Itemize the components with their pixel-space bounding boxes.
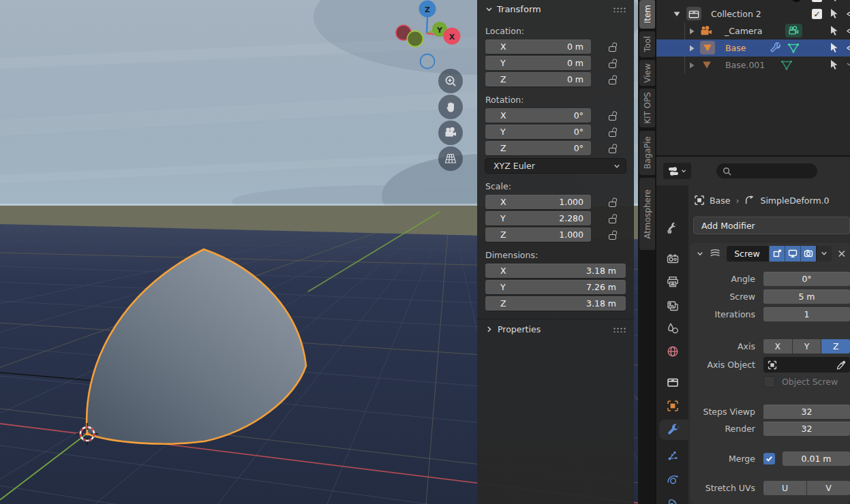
merge-distance-field[interactable]: 0.01 m xyxy=(783,452,850,466)
outliner-row-collection[interactable]: Collection 2 ✓ xyxy=(656,0,850,5)
tab-atmosphere[interactable]: Atmosphere xyxy=(639,178,656,250)
pan-button[interactable] xyxy=(438,95,463,119)
axis-y-button[interactable]: Y xyxy=(793,339,821,353)
outliner-row-camera[interactable]: _Camera xyxy=(656,22,850,40)
lock-open-icon[interactable] xyxy=(608,110,618,121)
lock-open-icon[interactable] xyxy=(608,74,618,84)
dimensions-y-field[interactable]: Y7.26 m xyxy=(485,280,626,294)
steps-render-field[interactable]: 32 xyxy=(763,422,850,436)
tab-modifiers[interactable] xyxy=(659,420,688,440)
modifier-extras-dropdown[interactable] xyxy=(816,246,832,262)
tab-tool[interactable] xyxy=(656,218,688,238)
location-y-field[interactable]: Y0 m xyxy=(485,56,591,70)
axis-x-button[interactable]: X xyxy=(763,339,792,353)
selectable-pointer-icon[interactable] xyxy=(830,60,840,70)
axis-z-button[interactable]: Z xyxy=(821,339,850,353)
tab-constraints[interactable] xyxy=(656,494,688,504)
merge-checkbox[interactable] xyxy=(763,453,775,464)
lock-open-icon[interactable] xyxy=(608,197,618,207)
tab-object[interactable] xyxy=(656,396,688,416)
screw-field[interactable]: 5 m xyxy=(763,289,850,304)
outliner-row-collection-2[interactable]: Collection 2 ✓ xyxy=(656,5,850,22)
visibility-eye-closed-icon[interactable] xyxy=(847,63,850,69)
location-z-field[interactable]: Z0 m xyxy=(485,72,591,86)
location-x-field[interactable]: X0 m xyxy=(485,40,591,54)
expand-arrow-down-icon[interactable] xyxy=(673,11,680,17)
transform-panel-header[interactable]: Transform xyxy=(485,0,626,18)
tab-view[interactable]: View xyxy=(639,60,656,86)
tab-scene[interactable] xyxy=(656,319,688,339)
object-screw-checkbox[interactable] xyxy=(763,376,775,388)
visibility-eye-icon[interactable] xyxy=(847,27,850,35)
panel-grip-icon[interactable] xyxy=(612,6,626,12)
tab-world[interactable] xyxy=(656,341,688,362)
selectable-pointer-icon[interactable] xyxy=(830,0,840,2)
tab-bagapie[interactable]: BagaPie xyxy=(639,131,656,175)
tab-kit-ops[interactable]: KIT OPS xyxy=(639,89,656,127)
display-realtime-toggle[interactable] xyxy=(785,246,800,262)
tab-render[interactable] xyxy=(656,249,688,269)
add-modifier-button[interactable]: Add Modifier xyxy=(693,217,850,234)
tab-item[interactable]: Item xyxy=(639,0,656,29)
tab-collection[interactable] xyxy=(656,372,688,392)
selectable-pointer-icon[interactable] xyxy=(830,9,840,19)
stretch-u-button[interactable]: U xyxy=(763,481,806,495)
visibility-eye-icon[interactable] xyxy=(847,10,850,18)
selectable-pointer-icon[interactable] xyxy=(830,43,840,53)
rotation-z-field[interactable]: Z0° xyxy=(485,141,591,155)
display-render-toggle[interactable] xyxy=(800,246,816,262)
modifiers-wrench-icon xyxy=(667,424,680,437)
dimensions-x-field[interactable]: X3.18 m xyxy=(485,264,626,278)
rotation-y-field[interactable]: Y0° xyxy=(485,125,591,139)
panel-grip-icon[interactable] xyxy=(612,326,626,332)
iterations-field[interactable]: 1 xyxy=(763,307,850,321)
rotation-mode-select[interactable]: XYZ Euler xyxy=(485,159,626,173)
dimensions-z-row: Z3.18 m xyxy=(485,296,626,311)
lock-open-icon[interactable] xyxy=(608,58,618,68)
camera-view-button[interactable] xyxy=(438,121,463,145)
navigation-gizmo[interactable]: Z Y X xyxy=(389,0,465,72)
expand-arrow-right-icon[interactable] xyxy=(689,45,695,52)
outliner-row-base[interactable]: Base xyxy=(656,40,850,57)
visibility-eye-icon[interactable] xyxy=(847,44,850,52)
expand-arrow-right-icon[interactable] xyxy=(689,28,695,35)
search-input[interactable] xyxy=(716,163,817,178)
dimensions-z-field[interactable]: Z3.18 m xyxy=(485,296,626,311)
expand-arrow-right-icon[interactable] xyxy=(689,62,695,69)
modifier-name-field[interactable]: Screw xyxy=(727,246,769,262)
lock-open-icon[interactable] xyxy=(608,213,618,223)
viewport-3d[interactable]: Z Y X xyxy=(0,0,656,504)
location-label: Location: xyxy=(485,26,626,36)
lock-open-icon[interactable] xyxy=(608,143,618,153)
properties-panel-header[interactable]: Properties xyxy=(485,319,626,338)
collection-checkbox[interactable]: ✓ xyxy=(812,0,822,2)
tab-view-layer[interactable] xyxy=(656,296,688,317)
scale-z-field[interactable]: Z1.000 xyxy=(485,227,591,242)
lock-open-icon[interactable] xyxy=(608,42,618,52)
tab-physics[interactable] xyxy=(656,470,688,490)
stretch-v-button[interactable]: V xyxy=(807,481,850,495)
editor-type-button[interactable] xyxy=(663,163,691,179)
close-icon[interactable] xyxy=(838,249,846,258)
chevron-down-icon[interactable] xyxy=(697,250,703,257)
lock-open-icon[interactable] xyxy=(608,230,618,240)
zoom-button[interactable] xyxy=(438,69,463,93)
eyedropper-icon[interactable] xyxy=(836,360,846,370)
scale-x-field[interactable]: X1.000 xyxy=(485,195,591,209)
collection-checkbox[interactable]: ✓ xyxy=(812,9,822,19)
lock-open-icon[interactable] xyxy=(608,127,618,137)
tab-tool[interactable]: Tool xyxy=(639,31,656,57)
breadcrumb-object[interactable]: Base xyxy=(710,195,730,206)
display-in-editmode-toggle[interactable] xyxy=(769,246,785,262)
tab-output[interactable] xyxy=(656,272,688,292)
outliner-row-base-001[interactable]: Base.001 xyxy=(656,57,850,74)
breadcrumb-modifier[interactable]: SimpleDeform.0 xyxy=(760,195,829,206)
tab-particles[interactable] xyxy=(656,446,688,467)
steps-viewport-field[interactable]: 32 xyxy=(763,405,850,419)
scale-y-field[interactable]: Y2.280 xyxy=(485,211,591,225)
grid-ortho-button[interactable] xyxy=(438,146,463,171)
selectable-pointer-icon[interactable] xyxy=(830,26,840,36)
rotation-x-field[interactable]: X0° xyxy=(485,108,591,123)
angle-field[interactable]: 0° xyxy=(763,272,850,286)
axis-object-field[interactable] xyxy=(763,357,850,373)
